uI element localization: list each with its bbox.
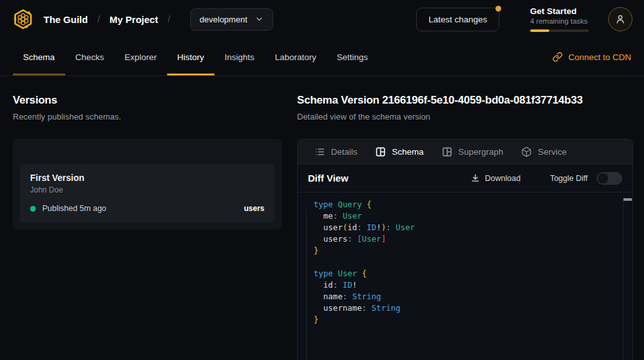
- breadcrumb-org[interactable]: The Guild: [44, 14, 88, 25]
- versions-panel: Versions Recently published schemas. Fir…: [0, 76, 297, 360]
- versions-subtitle: Recently published schemas.: [13, 112, 282, 121]
- get-started-progress-bar: [530, 29, 589, 32]
- scrollbar-thumb[interactable]: [624, 198, 632, 201]
- viewer-tab-bar: Details Schema: [298, 139, 632, 164]
- connect-to-cdn-link[interactable]: Connect to CDN: [552, 38, 631, 75]
- version-name: First Version: [30, 173, 264, 183]
- diff-view-header: Diff View Download Toggle Diff: [298, 164, 632, 192]
- user-avatar[interactable]: [608, 7, 632, 31]
- version-list-item[interactable]: First Version John Doe Published 5m ago …: [20, 164, 275, 223]
- download-icon: [471, 173, 480, 183]
- diff-view-title: Diff View: [308, 173, 348, 184]
- get-started-widget[interactable]: Get Started 4 remaining tasks: [530, 6, 589, 32]
- list-icon: [314, 146, 325, 157]
- tab-schema[interactable]: Schema: [366, 139, 433, 164]
- schema-viewer: Details Schema: [297, 139, 633, 360]
- hive-logo-icon[interactable]: [13, 9, 33, 29]
- nav-tab-history[interactable]: History: [167, 38, 214, 75]
- layout-columns-icon: [442, 146, 453, 157]
- version-author: John Doe: [30, 185, 264, 194]
- toggle-diff-label: Toggle Diff: [550, 174, 588, 183]
- main-content: Versions Recently published schemas. Fir…: [0, 76, 644, 360]
- service-badge: users: [244, 204, 264, 213]
- latest-changes-button[interactable]: Latest changes: [416, 8, 499, 31]
- versions-title: Versions: [13, 94, 282, 107]
- breadcrumb-separator: /: [97, 14, 100, 24]
- tab-underline-muted: [13, 74, 65, 75]
- version-status: Published 5m ago: [42, 204, 106, 213]
- get-started-title: Get Started: [530, 6, 589, 16]
- link-icon: [552, 52, 563, 62]
- versions-list: First Version John Doe Published 5m ago …: [13, 139, 282, 230]
- breadcrumb-separator: /: [168, 14, 170, 24]
- nav-tab-explorer[interactable]: Explorer: [115, 38, 167, 75]
- get-started-subtitle: 4 remaining tasks: [530, 17, 589, 25]
- top-bar: The Guild / My Project / development Lat…: [0, 0, 644, 38]
- nav-tab-settings[interactable]: Settings: [326, 38, 378, 75]
- tab-details[interactable]: Details: [305, 139, 366, 164]
- tab-service[interactable]: Service: [512, 139, 576, 164]
- nav-tab-checks[interactable]: Checks: [65, 38, 115, 75]
- tab-supergraph[interactable]: Supergraph: [433, 139, 513, 164]
- get-started-progress-fill: [530, 29, 549, 32]
- scrollbar-track: [623, 198, 624, 360]
- latest-changes-label: Latest changes: [428, 15, 487, 24]
- nav-tab-schema[interactable]: Schema: [13, 38, 65, 75]
- cube-icon: [521, 146, 532, 157]
- notification-dot: [495, 6, 501, 12]
- environment-selector[interactable]: development: [190, 8, 273, 31]
- download-button[interactable]: Download: [471, 173, 521, 183]
- code-block: type Query { me: User user(id: ID!): Use…: [314, 199, 617, 325]
- breadcrumb-project[interactable]: My Project: [109, 14, 158, 25]
- switch-knob: [598, 173, 608, 184]
- toggle-diff-switch[interactable]: [597, 172, 622, 185]
- environment-selector-value: development: [200, 15, 247, 24]
- main-nav: Schema Checks Explorer History Insights …: [0, 38, 644, 76]
- chevron-down-icon: [255, 15, 264, 24]
- indent-guide: [306, 210, 307, 360]
- nav-tab-insights[interactable]: Insights: [214, 38, 265, 75]
- tab-underline-active: [167, 74, 214, 75]
- version-detail-subtitle: Detailed view of the schema version: [297, 112, 633, 121]
- version-detail-panel: Schema Version 2166196f-5e10-4059-bd0a-0…: [297, 76, 644, 360]
- nav-tab-laboratory[interactable]: Laboratory: [264, 38, 326, 75]
- schema-code-editor: type Query { me: User user(id: ID!): Use…: [298, 192, 632, 360]
- version-detail-title: Schema Version 2166196f-5e10-4059-bd0a-0…: [297, 94, 633, 107]
- person-icon: [614, 13, 627, 26]
- layout-columns-icon: [375, 146, 386, 157]
- published-status-icon: [30, 206, 36, 212]
